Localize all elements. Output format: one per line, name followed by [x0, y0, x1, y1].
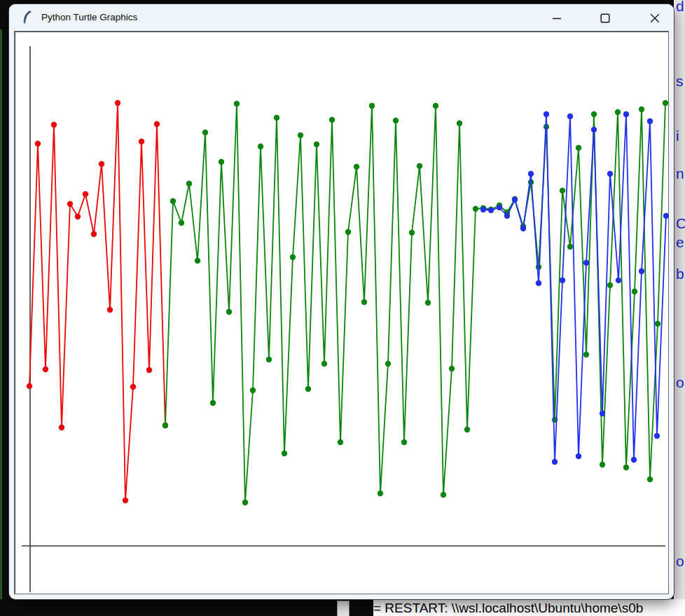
data-point: [655, 321, 660, 327]
data-point: [600, 411, 605, 416]
data-point: [338, 439, 343, 445]
python-feather-icon: [21, 11, 34, 24]
data-point: [647, 118, 653, 124]
data-point: [536, 280, 541, 286]
data-point: [115, 100, 120, 106]
data-point: [607, 282, 613, 288]
data-point: [83, 191, 88, 197]
data-point: [615, 109, 621, 115]
data-point: [162, 423, 168, 428]
code-fragment: b: [676, 265, 684, 283]
data-point: [473, 206, 478, 212]
data-point: [298, 132, 303, 138]
data-point: [488, 207, 494, 213]
data-point: [417, 163, 422, 169]
data-point: [663, 100, 668, 106]
code-fragment: i: [676, 127, 679, 145]
data-point: [512, 197, 518, 203]
data-point: [274, 115, 279, 121]
maximize-button[interactable]: [599, 12, 611, 25]
data-point: [123, 498, 128, 503]
data-point: [623, 465, 629, 470]
data-point: [27, 383, 32, 389]
data-point: [616, 278, 621, 283]
maximize-icon: [599, 12, 611, 25]
data-point: [43, 367, 48, 372]
data-point: [576, 453, 581, 459]
data-point: [67, 201, 73, 207]
data-point: [663, 213, 669, 219]
data-point: [290, 254, 296, 260]
data-point: [250, 388, 256, 393]
data-point: [266, 357, 272, 362]
data-point: [401, 439, 407, 445]
data-point: [378, 491, 383, 496]
data-point: [433, 103, 438, 109]
code-fragment: o: [676, 552, 684, 570]
data-point: [457, 121, 462, 126]
data-point: [130, 384, 136, 390]
data-point: [544, 111, 549, 117]
data-point: [305, 386, 311, 392]
data-point: [409, 230, 415, 235]
data-point: [59, 425, 64, 430]
series-red: [27, 100, 168, 503]
data-point: [583, 352, 589, 357]
data-point: [528, 171, 534, 177]
data-point: [631, 457, 637, 463]
idle-shell-scrollbar-end[interactable]: [337, 601, 350, 616]
data-point: [520, 226, 526, 231]
data-point: [329, 117, 335, 123]
data-point: [314, 142, 319, 147]
data-point: [361, 299, 367, 305]
minimize-button[interactable]: [551, 12, 563, 25]
data-point: [226, 309, 232, 315]
minimize-icon: [551, 12, 563, 25]
data-point: [647, 477, 653, 482]
titlebar[interactable]: Python Turtle Graphics: [9, 4, 674, 29]
code-fragment: e: [676, 233, 684, 252]
data-point: [258, 144, 263, 149]
code-fragment: s: [676, 72, 684, 90]
data-point: [51, 122, 57, 128]
series-line: [165, 103, 665, 502]
turtle-canvas[interactable]: [14, 31, 669, 594]
series-blue: [480, 111, 669, 465]
desktop-background: dsinCeboo = RESTART: \\wsl.localhost\Ubu…: [0, 0, 685, 616]
data-point: [639, 268, 644, 274]
close-button[interactable]: [649, 12, 661, 25]
data-point: [170, 198, 176, 204]
turtle-graphics-window: Python Turtle Graphics: [9, 4, 674, 599]
data-point: [607, 171, 613, 177]
data-point: [195, 258, 200, 263]
series-line: [483, 114, 666, 462]
data-point: [202, 130, 208, 135]
data-point: [75, 214, 81, 219]
data-point: [146, 367, 152, 373]
data-point: [536, 264, 541, 270]
data-point: [449, 366, 455, 371]
data-point: [107, 307, 113, 313]
data-point: [623, 111, 629, 117]
data-point: [441, 492, 446, 498]
data-point: [91, 231, 97, 237]
background-window-left-sliver: [0, 29, 2, 601]
idle-shell-text-area[interactable]: = RESTART: \\wsl.localhost\Ubuntu\home\s…: [373, 599, 685, 616]
idle-shell-restart-text: = RESTART: \\wsl.localhost\Ubuntu\home\s…: [373, 599, 685, 616]
data-point: [242, 500, 248, 505]
data-point: [219, 159, 224, 165]
data-point: [234, 101, 240, 107]
data-point: [385, 361, 391, 367]
data-point: [464, 427, 470, 432]
code-fragment: C: [676, 214, 685, 233]
data-point: [345, 229, 351, 235]
data-point: [35, 141, 41, 146]
code-fragment: o: [676, 374, 684, 392]
data-point: [654, 433, 660, 439]
data-point: [560, 188, 565, 193]
data-point: [600, 462, 605, 467]
turtle-canvas-svg: [14, 31, 669, 594]
data-point: [154, 121, 160, 127]
data-point: [576, 145, 581, 151]
data-point: [591, 127, 597, 132]
